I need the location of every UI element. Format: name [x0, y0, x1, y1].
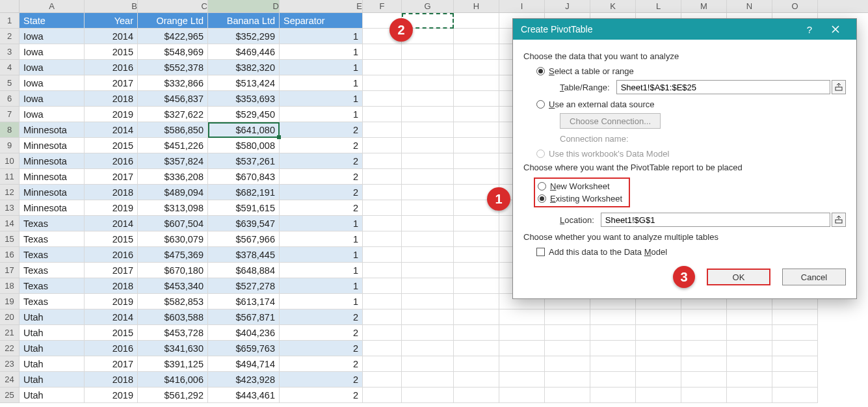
cell-K20[interactable] — [590, 309, 636, 325]
cell-H1[interactable] — [454, 13, 499, 29]
cell-B16[interactable]: 2016 — [85, 247, 138, 263]
column-header-L[interactable]: L — [636, 0, 681, 12]
cell-A6[interactable]: Iowa — [20, 91, 85, 107]
cell-F25[interactable] — [363, 387, 402, 403]
cell-J23[interactable] — [545, 356, 590, 372]
radio-new-worksheet[interactable] — [538, 182, 546, 190]
row-header-6[interactable]: 6 — [0, 91, 20, 107]
cell-I24[interactable] — [499, 372, 545, 387]
cell-A17[interactable]: Texas — [20, 263, 85, 278]
cell-E12[interactable]: 2 — [280, 185, 363, 200]
cell-H17[interactable] — [454, 263, 499, 278]
cell-B4[interactable]: 2016 — [85, 60, 138, 75]
cell-H4[interactable] — [454, 60, 499, 75]
cell-H14[interactable] — [454, 216, 499, 231]
cell-D12[interactable]: $682,191 — [208, 185, 280, 200]
cell-F15[interactable] — [363, 231, 402, 247]
cell-L25[interactable] — [636, 387, 681, 403]
cell-J20[interactable] — [545, 309, 590, 325]
cell-F16[interactable] — [363, 247, 402, 263]
location-input[interactable] — [601, 213, 830, 227]
cell-K24[interactable] — [590, 372, 636, 387]
cell-N22[interactable] — [727, 341, 772, 356]
cell-M21[interactable] — [681, 325, 727, 341]
cell-J21[interactable] — [545, 325, 590, 341]
cell-A23[interactable]: Utah — [20, 356, 85, 372]
cell-F21[interactable] — [363, 325, 402, 341]
cell-H9[interactable] — [454, 138, 499, 153]
column-header-N[interactable]: N — [727, 0, 772, 12]
cell-C23[interactable]: $391,125 — [138, 356, 208, 372]
cell-I21[interactable] — [499, 325, 545, 341]
cell-G10[interactable] — [402, 153, 454, 169]
cell-E4[interactable]: 1 — [280, 60, 363, 75]
cell-D22[interactable]: $659,763 — [208, 341, 280, 356]
cell-H5[interactable] — [454, 75, 499, 91]
cell-H16[interactable] — [454, 247, 499, 263]
column-header-E[interactable]: E — [280, 0, 363, 12]
cell-D8[interactable]: $641,080 — [208, 122, 280, 138]
column-header-M[interactable]: M — [681, 0, 727, 12]
cell-D10[interactable]: $537,261 — [208, 153, 280, 169]
cell-E19[interactable]: 1 — [280, 294, 363, 309]
cell-E21[interactable]: 2 — [280, 325, 363, 341]
cell-G24[interactable] — [402, 372, 454, 387]
cell-B5[interactable]: 2017 — [85, 75, 138, 91]
cell-B22[interactable]: 2016 — [85, 341, 138, 356]
cell-L23[interactable] — [636, 356, 681, 372]
cell-D6[interactable]: $353,693 — [208, 91, 280, 107]
cell-E8[interactable]: 2 — [280, 122, 363, 138]
cell-G20[interactable] — [402, 309, 454, 325]
cell-C9[interactable]: $451,226 — [138, 138, 208, 153]
cell-J25[interactable] — [545, 387, 590, 403]
cell-O24[interactable] — [772, 372, 818, 387]
cell-C24[interactable]: $416,006 — [138, 372, 208, 387]
row-header-12[interactable]: 12 — [0, 185, 20, 200]
cell-A13[interactable]: Minnesota — [20, 200, 85, 216]
cell-N25[interactable] — [727, 387, 772, 403]
row-header-20[interactable]: 20 — [0, 309, 20, 325]
column-header-H[interactable]: H — [454, 0, 499, 12]
cell-C16[interactable]: $475,369 — [138, 247, 208, 263]
cell-L20[interactable] — [636, 309, 681, 325]
cell-C5[interactable]: $332,866 — [138, 75, 208, 91]
cell-D15[interactable]: $567,966 — [208, 231, 280, 247]
cell-C25[interactable]: $561,292 — [138, 387, 208, 403]
row-header-16[interactable]: 16 — [0, 247, 20, 263]
cell-E20[interactable]: 2 — [280, 309, 363, 325]
cell-B20[interactable]: 2014 — [85, 309, 138, 325]
cell-B25[interactable]: 2019 — [85, 387, 138, 403]
cell-A20[interactable]: Utah — [20, 309, 85, 325]
cell-N24[interactable] — [727, 372, 772, 387]
cell-M25[interactable] — [681, 387, 727, 403]
cell-C7[interactable]: $327,622 — [138, 107, 208, 122]
cell-H24[interactable] — [454, 372, 499, 387]
cell-A25[interactable]: Utah — [20, 387, 85, 403]
cell-C18[interactable]: $453,340 — [138, 278, 208, 294]
cell-G23[interactable] — [402, 356, 454, 372]
cell-A5[interactable]: Iowa — [20, 75, 85, 91]
row-header-1[interactable]: 1 — [0, 13, 20, 29]
row-header-14[interactable]: 14 — [0, 216, 20, 231]
cell-J22[interactable] — [545, 341, 590, 356]
cell-H7[interactable] — [454, 107, 499, 122]
cell-E18[interactable]: 1 — [280, 278, 363, 294]
cell-K23[interactable] — [590, 356, 636, 372]
row-header-25[interactable]: 25 — [0, 387, 20, 403]
cell-O25[interactable] — [772, 387, 818, 403]
cell-F7[interactable] — [363, 107, 402, 122]
cell-B2[interactable]: 2014 — [85, 29, 138, 44]
cell-D17[interactable]: $648,884 — [208, 263, 280, 278]
cell-O22[interactable] — [772, 341, 818, 356]
cell-F3[interactable] — [363, 44, 402, 60]
cell-B12[interactable]: 2018 — [85, 185, 138, 200]
cell-F9[interactable] — [363, 138, 402, 153]
cell-O21[interactable] — [772, 325, 818, 341]
cell-F19[interactable] — [363, 294, 402, 309]
select-all-corner[interactable] — [0, 0, 20, 12]
cell-D9[interactable]: $580,008 — [208, 138, 280, 153]
cell-F18[interactable] — [363, 278, 402, 294]
cell-E22[interactable]: 2 — [280, 341, 363, 356]
cell-G25[interactable] — [402, 387, 454, 403]
help-button[interactable]: ? — [796, 19, 822, 40]
